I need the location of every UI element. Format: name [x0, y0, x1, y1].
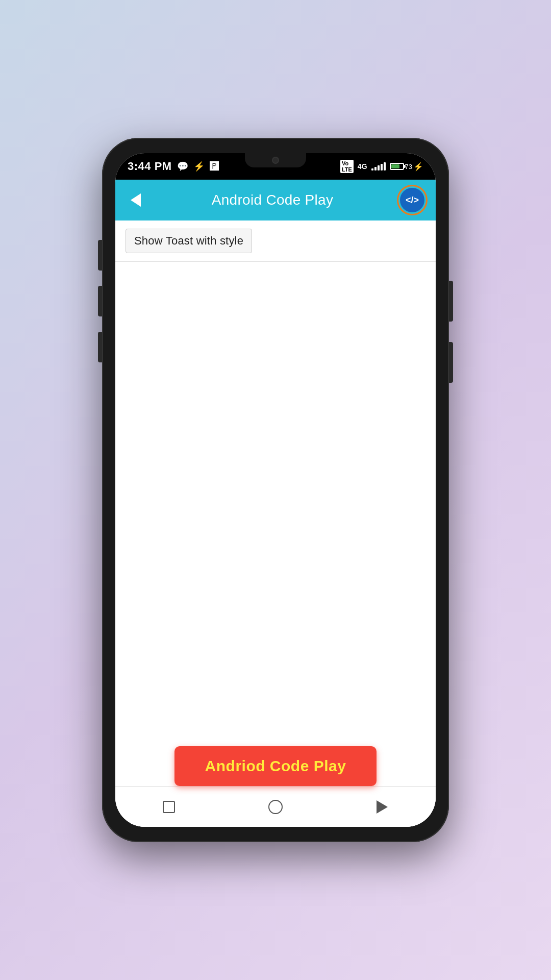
back-button[interactable]: [123, 188, 148, 212]
notch: [245, 153, 306, 167]
logo-inner: </>: [400, 188, 424, 212]
phone-screen: 3:44 PM 💬 ⚡ 🅿 VoLTE 4G: [115, 153, 436, 827]
signal-bars: [371, 162, 386, 170]
messages-icon: 💬: [177, 161, 188, 172]
home-icon: [268, 800, 283, 814]
logo-button[interactable]: </>: [397, 185, 428, 215]
battery: 73 ⚡: [390, 162, 423, 172]
status-left: 3:44 PM 💬 ⚡ 🅿: [128, 160, 219, 173]
float-action-button[interactable]: Andriod Code Play: [174, 746, 377, 786]
battery-percent: 73: [405, 163, 412, 170]
phone-device: 3:44 PM 💬 ⚡ 🅿 VoLTE 4G: [102, 138, 449, 842]
parking-icon: 🅿: [210, 161, 219, 172]
charging-icon: ⚡: [413, 162, 423, 172]
code-brackets-icon: </>: [406, 195, 419, 206]
status-time: 3:44 PM: [128, 160, 172, 173]
content-area: Show Toast with style Andriod Code Play: [115, 220, 436, 827]
float-button-container: Andriod Code Play: [115, 746, 436, 786]
battery-fill: [391, 164, 400, 168]
back-arrow-icon: [131, 193, 141, 207]
navigation-bar: [115, 786, 436, 827]
flash-icon: ⚡: [193, 161, 205, 172]
app-bar: Android Code Play </>: [115, 180, 436, 220]
main-content: [115, 262, 436, 786]
home-button[interactable]: [260, 792, 291, 822]
camera: [272, 157, 279, 164]
status-icons-right: VoLTE 4G 73 ⚡: [340, 160, 423, 173]
volte-badge: VoLTE: [340, 160, 354, 173]
back-nav-icon: [377, 800, 388, 814]
back-nav-button[interactable]: [367, 792, 397, 822]
show-toast-button[interactable]: Show Toast with style: [126, 229, 252, 253]
app-title: Android Code Play: [148, 192, 397, 208]
recent-apps-button[interactable]: [154, 792, 184, 822]
recent-apps-icon: [163, 801, 175, 813]
toast-button-bar: Show Toast with style: [115, 220, 436, 262]
network-4g: 4G: [358, 162, 367, 170]
battery-icon: [390, 163, 404, 170]
float-button-label: Andriod Code Play: [205, 757, 346, 774]
